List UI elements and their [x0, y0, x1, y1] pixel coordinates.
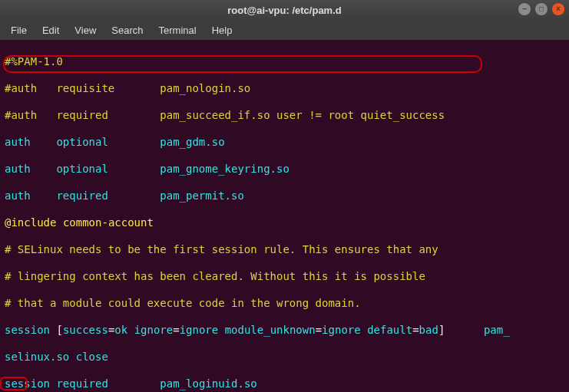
- comment: #%PAM-1.0: [5, 55, 63, 68]
- space: [69, 351, 75, 363]
- space: [218, 324, 224, 336]
- close-button[interactable]: ×: [552, 3, 564, 15]
- space: [56, 216, 62, 229]
- include-target: common-account: [63, 216, 154, 229]
- arg: close: [76, 351, 108, 363]
- window-controls: – □ ×: [518, 3, 564, 15]
- module: pam_gnome_keyring.so: [160, 163, 289, 175]
- module: pam_loginuid.so: [160, 377, 256, 390]
- key: ignore: [134, 324, 174, 336]
- eq: =: [316, 324, 322, 336]
- val: ignore: [322, 324, 361, 336]
- key: default: [367, 324, 412, 336]
- key: module_unknown: [225, 324, 316, 336]
- val: ignore: [180, 324, 219, 336]
- window-titlebar: root@ai-vpu: /etc/pam.d – □ ×: [0, 0, 569, 21]
- minimize-button[interactable]: –: [518, 3, 531, 15]
- menu-help[interactable]: Help: [206, 23, 239, 38]
- keyword: session: [5, 377, 50, 390]
- space: [127, 324, 134, 336]
- comment: # that a module could execute code in th…: [5, 297, 361, 309]
- menu-terminal[interactable]: Terminal: [153, 23, 203, 38]
- text: optional: [31, 136, 160, 148]
- eq: =: [412, 324, 418, 336]
- module: pam_gdm.so: [160, 136, 224, 148]
- keyword: session: [5, 324, 50, 336]
- val: ok: [114, 324, 127, 336]
- directive: @include: [5, 216, 56, 229]
- comment: #auth requisite pam_nologin.so: [5, 82, 250, 94]
- comment: # SELinux needs to be the first session …: [5, 243, 438, 255]
- menu-search[interactable]: Search: [105, 23, 149, 38]
- maximize-button[interactable]: □: [535, 3, 547, 15]
- bracket: [: [50, 324, 63, 336]
- module: pam_permit.so: [160, 189, 244, 202]
- menu-view[interactable]: View: [68, 23, 102, 38]
- module: pam_: [445, 324, 509, 336]
- text: optional: [31, 163, 160, 175]
- comment-highlighted: #auth required pam_succeed_if.so user !=…: [5, 109, 445, 121]
- comment: # lingering context has been cleared. Wi…: [5, 270, 425, 282]
- text: required: [31, 189, 160, 202]
- menubar: File Edit View Search Terminal Help: [0, 21, 569, 40]
- window-title: root@ai-vpu: /etc/pam.d: [227, 5, 341, 17]
- menu-edit[interactable]: Edit: [36, 23, 65, 38]
- text: required: [50, 377, 160, 390]
- space: [361, 324, 367, 336]
- val: bad: [419, 324, 438, 336]
- module-cont: selinux.so: [5, 351, 69, 363]
- key: success: [63, 324, 108, 336]
- keyword: auth: [5, 136, 31, 148]
- keyword: auth: [5, 189, 31, 202]
- keyword: auth: [5, 163, 31, 175]
- menu-file[interactable]: File: [5, 23, 33, 38]
- eq: =: [173, 324, 179, 336]
- terminal-viewport[interactable]: #%PAM-1.0 #auth requisite pam_nologin.so…: [0, 40, 569, 392]
